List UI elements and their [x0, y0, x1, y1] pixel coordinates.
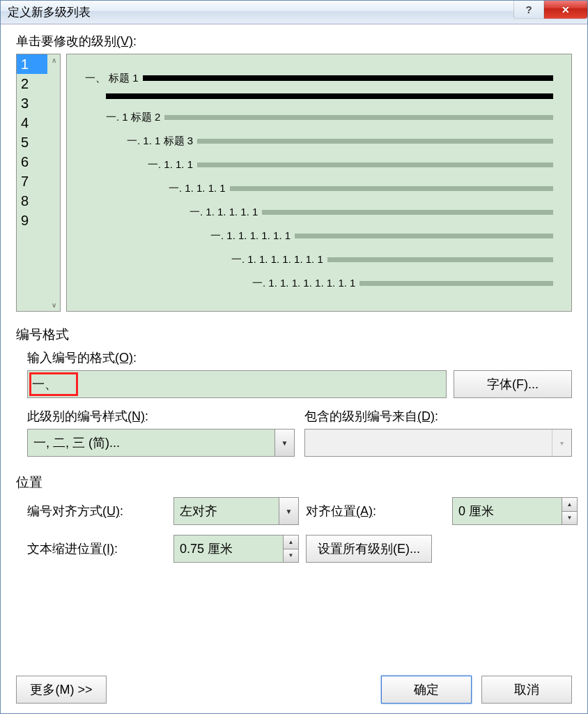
preview-line: 一. 1. 1. 1 [148, 156, 553, 173]
number-format-input[interactable]: 一、 [27, 370, 447, 398]
aligned-at-spinner[interactable]: 0 厘米 ▲▼ [452, 497, 578, 525]
position-group: 位置 [16, 473, 572, 492]
alignment-combo[interactable]: 左对齐 ▼ [173, 497, 299, 525]
click-level-text: 单击要修改的级别 [16, 34, 116, 48]
aligned-at-value: 0 厘米 [458, 503, 494, 519]
preview-bar [106, 93, 553, 99]
level-preview-row: 123456789 ∧ ∨ 一、 标题 1一. 1 标题 2一. 1. 1 标题… [16, 54, 572, 312]
preview-bar [197, 162, 553, 167]
spinner-up-icon[interactable]: ▲ [562, 498, 577, 512]
preview-label: 一. 1. 1. 1. 1. 1 [189, 206, 258, 219]
preview-label: 一. 1. 1. 1 [148, 158, 193, 172]
number-style-text: 此级别的编号样式 [27, 409, 127, 423]
enter-format-text: 输入编号的格式 [27, 351, 115, 365]
ok-button[interactable]: 确定 [381, 676, 472, 704]
font-button[interactable]: 字体(F)... [454, 370, 572, 398]
titlebar: 定义新多级列表 ? ✕ [1, 1, 587, 24]
preview-bar [143, 75, 553, 81]
chevron-down-icon[interactable]: ▼ [274, 430, 294, 456]
more-button[interactable]: 更多(M) >> [16, 676, 107, 704]
enter-format-accel: (O) [115, 351, 133, 365]
include-from-label: 包含的级别编号来自(D): [304, 408, 572, 425]
preview-line: 一. 1 标题 2 [106, 109, 553, 126]
text-indent-label: 文本缩进位置(I): [27, 540, 167, 557]
preview-line: 一. 1. 1. 1. 1. 1. 1. 1 [231, 251, 553, 268]
preview-bar [164, 115, 553, 120]
scroll-down-icon[interactable]: ∨ [52, 301, 56, 309]
preview-label: 一. 1 标题 2 [106, 111, 160, 124]
number-style-combo[interactable]: 一, 二, 三 (简)... ▼ [27, 429, 295, 457]
preview-line: 一、 标题 1 [85, 70, 553, 86]
preview-line: 一. 1. 1. 1. 1. 1. 1. 1. 1 [252, 275, 553, 291]
preview-line: 一. 1. 1. 1. 1. 1. 1 [210, 227, 553, 244]
preview-line: 一. 1. 1 标题 3 [127, 132, 553, 149]
preview-bar [230, 186, 553, 191]
title-controls: ? ✕ [513, 1, 587, 19]
preview-label: 一、 标题 1 [85, 72, 139, 85]
preview-line: 一. 1. 1. 1. 1 [169, 180, 553, 197]
preview-line: 一. 1. 1. 1. 1. 1 [189, 204, 553, 220]
include-from-text: 包含的级别编号来自 [304, 409, 417, 423]
click-level-label: 单击要修改的级别(V): [16, 33, 572, 50]
scroll-up-icon[interactable]: ∧ [52, 56, 56, 64]
spinner-down-icon[interactable]: ▼ [562, 512, 577, 525]
preview-label: 一. 1. 1. 1. 1. 1. 1. 1 [231, 253, 323, 266]
text-indent-accel: (I) [102, 542, 114, 556]
alignment-accel: (U) [102, 504, 120, 518]
click-level-accel: (V) [116, 34, 133, 48]
dialog-footer: 更多(M) >> 确定 取消 [16, 664, 572, 704]
set-all-levels-button[interactable]: 设置所有级别(E)... [306, 535, 432, 563]
number-style-accel: (N) [127, 409, 145, 423]
preview-label: 一. 1. 1. 1. 1. 1. 1 [210, 229, 291, 243]
preview-bar [262, 210, 553, 215]
preview-bar [359, 281, 553, 286]
aligned-at-text: 对齐位置 [306, 504, 356, 518]
window-title: 定义新多级列表 [1, 4, 91, 20]
text-indent-spinner[interactable]: 0.75 厘米 ▲▼ [173, 535, 299, 563]
preview-label: 一. 1. 1. 1. 1 [169, 182, 226, 195]
number-style-value: 一, 二, 三 (简)... [33, 434, 120, 451]
preview-bar [197, 139, 553, 144]
spinner-up-icon[interactable]: ▲ [284, 536, 298, 549]
preview-label: 一. 1. 1 标题 3 [127, 135, 193, 148]
include-from-combo: ▾ [304, 429, 572, 457]
help-button[interactable]: ? [513, 1, 544, 19]
alignment-text: 编号对齐方式 [27, 504, 102, 518]
close-button[interactable]: ✕ [544, 1, 587, 19]
listbox-scrollbar[interactable]: ∧ ∨ [47, 54, 60, 311]
number-format-group: 编号格式 [16, 326, 572, 344]
number-style-label: 此级别的编号样式(N): [27, 408, 295, 425]
include-from-accel: (D) [417, 409, 435, 423]
text-indent-text: 文本缩进位置 [27, 542, 102, 556]
chevron-down-icon[interactable]: ▼ [279, 498, 298, 524]
preview-bar [327, 257, 553, 262]
chevron-down-icon: ▾ [552, 430, 571, 456]
aligned-at-label: 对齐位置(A): [306, 503, 445, 519]
preview-label: 一. 1. 1. 1. 1. 1. 1. 1. 1 [252, 277, 355, 290]
preview-pane: 一、 标题 1一. 1 标题 2一. 1. 1 标题 3一. 1. 1. 1一.… [66, 54, 572, 312]
number-format-value: 一、 [32, 376, 57, 393]
level-listbox[interactable]: 123456789 ∧ ∨ [16, 54, 61, 312]
aligned-at-accel: (A) [356, 504, 373, 518]
enter-format-label: 输入编号的格式(O): [27, 349, 572, 366]
alignment-label: 编号对齐方式(U): [27, 503, 167, 519]
alignment-value: 左对齐 [180, 503, 217, 519]
dialog-window: 定义新多级列表 ? ✕ 单击要修改的级别(V): 123456789 ∧ ∨ 一… [0, 0, 588, 714]
preview-bar [295, 234, 553, 238]
spinner-down-icon[interactable]: ▼ [284, 549, 298, 563]
dialog-content: 单击要修改的级别(V): 123456789 ∧ ∨ 一、 标题 1一. 1 标… [1, 24, 587, 713]
text-indent-value: 0.75 厘米 [180, 540, 233, 557]
cancel-button[interactable]: 取消 [481, 676, 572, 704]
